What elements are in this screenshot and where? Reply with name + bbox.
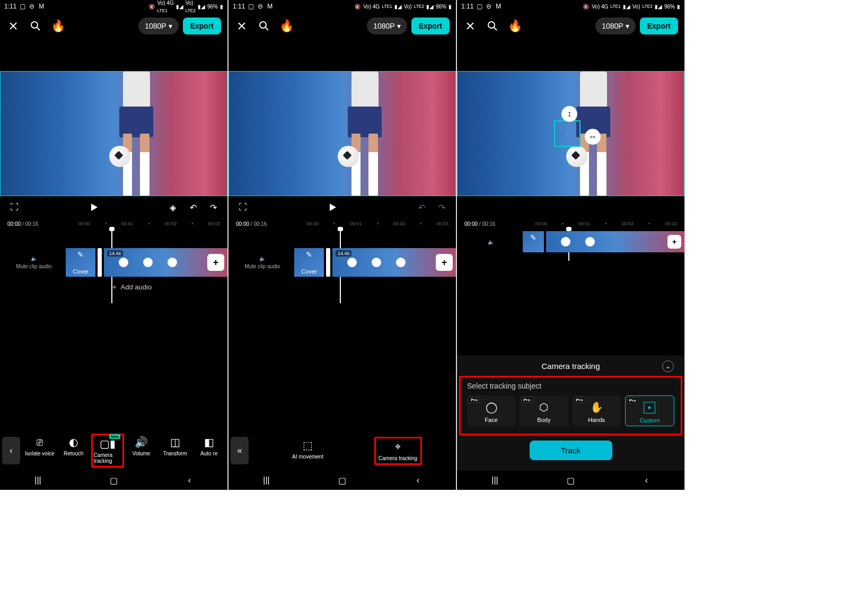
tool-auto-reframe[interactable]: ◧Auto re — [192, 434, 225, 468]
subject-body[interactable]: Pro⬡Body — [520, 395, 568, 426]
custom-box-icon — [644, 399, 655, 416]
subject-face[interactable]: Pro◯Face — [467, 395, 515, 426]
recents-button[interactable]: ||| — [260, 474, 273, 487]
toolbar-back[interactable]: « — [231, 437, 249, 464]
resolution-dropdown[interactable]: 1080P▾ — [367, 17, 407, 34]
cover-thumb[interactable]: Cover — [66, 248, 95, 277]
undo-icon[interactable]: ↶ — [186, 200, 200, 214]
status-bar: 1:11 ▢ ⊖ M 🔇 Vo) 4GLTE1 ▮◢ Vo)LTE2 ▮◢ 96… — [457, 0, 684, 13]
resize-handle-vertical[interactable]: ↕ — [561, 106, 577, 122]
resize-handle-horizontal[interactable]: ↔ — [585, 129, 601, 145]
flame-icon[interactable]: 🔥 — [51, 19, 65, 33]
hand-icon: ✋ — [590, 399, 603, 416]
image-icon: ▢ — [247, 3, 254, 10]
clip-handle[interactable] — [98, 248, 102, 277]
keyframe-icon[interactable]: ◈ — [166, 200, 180, 214]
cover-thumb[interactable] — [523, 231, 544, 252]
add-audio-button[interactable]: +Add audio — [112, 277, 227, 297]
video-clip[interactable]: 14.4s + — [332, 248, 456, 277]
close-icon[interactable] — [463, 19, 477, 33]
search-icon[interactable] — [29, 19, 42, 33]
tool-ai-movement[interactable]: ⬚AI movement — [284, 437, 332, 465]
recents-button[interactable]: ||| — [32, 474, 45, 487]
recents-button[interactable]: ||| — [489, 474, 502, 487]
mute-clip-audio[interactable]: 🔈 Mute clip audio — [4, 256, 64, 269]
timeline[interactable]: 🔈 + — [457, 229, 684, 261]
camera-tracking-panel: Camera tracking ⌄ Select tracking subjec… — [457, 355, 684, 471]
home-button[interactable]: ▢ — [336, 474, 349, 487]
close-icon[interactable] — [6, 19, 20, 33]
video-preview[interactable] — [0, 71, 227, 196]
app-bar: 🔥 1080P▾ Export — [457, 13, 684, 39]
back-button[interactable]: ‹ — [183, 474, 196, 487]
cover-thumb[interactable]: Cover — [294, 248, 324, 277]
video-preview[interactable] — [228, 71, 456, 196]
gmail-icon: M — [266, 3, 274, 10]
undo-icon[interactable]: ↶ — [415, 200, 428, 214]
export-button[interactable]: Export — [411, 17, 450, 34]
tool-isolate-voice[interactable]: ⎚Isolate voice — [23, 434, 56, 468]
speaker-icon: 🔈 — [259, 256, 266, 261]
network-2: Vo)LTE2 — [186, 0, 196, 13]
tool-volume[interactable]: 🔊Volume — [125, 434, 158, 468]
export-button[interactable]: Export — [640, 17, 678, 34]
redo-icon[interactable]: ↷ — [435, 200, 448, 214]
play-icon[interactable] — [326, 200, 339, 214]
svg-point-1 — [260, 22, 266, 28]
resolution-dropdown[interactable]: 1080P▾ — [595, 17, 635, 34]
tracking-target-icon: ⌖ — [395, 441, 401, 453]
video-preview[interactable]: ↕ ↔ — [457, 71, 684, 196]
add-clip-button[interactable]: + — [436, 254, 453, 271]
dnd-icon: ⊖ — [28, 3, 36, 10]
mute-clip-audio[interactable]: 🔈 — [461, 239, 521, 245]
flame-icon[interactable]: 🔥 — [508, 19, 522, 33]
gmail-icon: M — [38, 3, 45, 10]
mute-clip-audio[interactable]: 🔈 Mute clip audio — [233, 256, 292, 269]
add-clip-button[interactable]: + — [667, 235, 681, 249]
bottom-toolbar: « ⬚AI movement ⌖Camera tracking — [228, 430, 456, 471]
tool-camera-tracking[interactable]: ⌖Camera tracking — [374, 437, 422, 465]
toolbar-back[interactable]: ‹ — [2, 437, 20, 464]
play-icon[interactable] — [87, 200, 101, 214]
subject-custom[interactable]: ProCustom — [625, 395, 674, 426]
tool-camera-tracking[interactable]: New▢▮Camera tracking — [91, 434, 124, 468]
player-controls — [457, 196, 684, 218]
status-bar: 1:11 ▢ ⊖ M 🔇 Vo) 4GLTE1 ▮◢ Vo)LTE2 ▮◢ 96… — [228, 0, 456, 13]
resolution-dropdown[interactable]: 1080P▾ — [138, 17, 178, 34]
video-clip[interactable]: + — [546, 231, 684, 252]
back-button[interactable]: ‹ — [412, 474, 425, 487]
player-controls: ⛶ ◈ ↶ ↷ — [0, 196, 227, 218]
phone-screen-2: 1:11 ▢ ⊖ M 🔇 Vo) 4GLTE1 ▮◢ Vo)LTE2 ▮◢ 96… — [228, 0, 457, 490]
panel-title: Camera tracking — [541, 362, 600, 371]
timeline[interactable]: 🔈 Mute clip audio Cover 14.4s + +Add aud… — [0, 229, 227, 303]
tool-retouch[interactable]: ◐Retouch — [57, 434, 90, 468]
search-icon[interactable] — [486, 19, 499, 33]
mute-icon: 🔇 — [582, 3, 590, 10]
speaker-icon: 🔈 — [31, 256, 37, 261]
video-clip[interactable]: 14.4s + — [104, 248, 227, 277]
search-icon[interactable] — [257, 19, 271, 33]
fullscreen-icon[interactable]: ⛶ — [236, 200, 250, 214]
home-button[interactable]: ▢ — [108, 474, 120, 487]
subject-hands[interactable]: Pro✋Hands — [573, 395, 621, 426]
timeline[interactable]: 🔈 Mute clip audio Cover 14.4s + — [228, 229, 456, 303]
player-controls: ⛶ ↶ ↷ — [228, 196, 456, 218]
track-button[interactable]: Track — [530, 441, 612, 460]
image-icon: ▢ — [476, 3, 483, 10]
home-button[interactable]: ▢ — [565, 474, 577, 487]
collapse-icon[interactable]: ⌄ — [662, 360, 674, 372]
flame-icon[interactable]: 🔥 — [279, 19, 293, 33]
fullscreen-icon[interactable]: ⛶ — [7, 200, 21, 214]
image-icon: ▢ — [19, 3, 26, 10]
clip-handle[interactable] — [326, 248, 330, 277]
android-nav-bar: ||| ▢ ‹ — [228, 471, 456, 490]
close-icon[interactable] — [235, 19, 249, 33]
add-clip-button[interactable]: + — [207, 254, 224, 271]
tracking-selection-box[interactable] — [554, 120, 580, 147]
dnd-icon: ⊖ — [485, 3, 492, 10]
ai-movement-icon: ⬚ — [303, 439, 313, 452]
redo-icon[interactable]: ↷ — [206, 200, 220, 214]
tool-transform[interactable]: ◫Transform — [159, 434, 191, 468]
back-button[interactable]: ‹ — [640, 474, 653, 487]
export-button[interactable]: Export — [183, 17, 221, 34]
